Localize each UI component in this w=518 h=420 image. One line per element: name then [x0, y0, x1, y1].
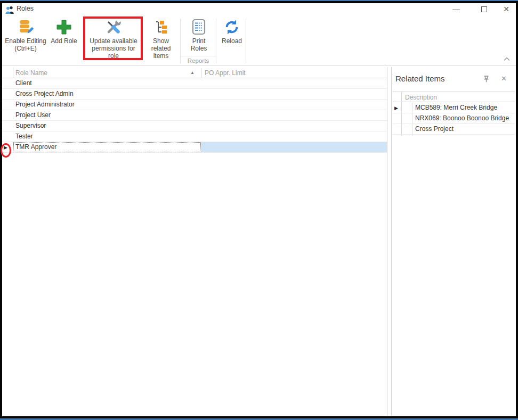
add-role-button[interactable]: Add Role [49, 18, 79, 45]
sort-ascending-icon: ▲ [190, 70, 195, 75]
toolbar-separator [246, 19, 246, 63]
role-name-cell: Tester [15, 133, 33, 140]
row-indicator-icon: ▶ [394, 103, 398, 113]
show-related-items-label: Show related items [143, 37, 179, 60]
show-related-items-button[interactable]: Show related items [143, 18, 179, 60]
list-item[interactable]: Cross Project [393, 124, 515, 135]
toolbar-bottom-border [2, 65, 516, 66]
grid-header-row: Role Name ▲ PO Appr. Limit [2, 68, 387, 78]
table-row[interactable]: Cross Project Admin [2, 89, 387, 100]
maximize-button[interactable] [476, 3, 491, 15]
annotation-highlight-circle [1, 143, 11, 158]
table-row-selected[interactable]: ▶ TMR Approver [2, 142, 387, 153]
table-row[interactable]: Tester [2, 131, 387, 142]
table-row[interactable]: Client [2, 78, 387, 89]
grid-right-border [387, 67, 387, 416]
role-name-cell: Cross Project Admin [15, 90, 74, 97]
ribbon-group-caption: Reports [179, 57, 217, 64]
pin-icon[interactable] [483, 75, 490, 84]
print-table-icon [190, 18, 208, 36]
related-tree-icon [152, 18, 170, 36]
related-items-title: Related Items [395, 74, 445, 83]
close-button[interactable]: ✕ [499, 3, 514, 15]
collapse-ribbon-button[interactable] [503, 55, 512, 62]
related-items-table: ▶ MCB589: Merri Creek Bridge NRX069: Boo… [393, 103, 515, 135]
role-name-cell: Project User [15, 111, 51, 119]
roles-window: Roles — ✕ Enable Editing (Ctrl+E) Add Ro… [0, 0, 518, 420]
role-name-cell: Supervisor [15, 122, 46, 129]
database-pencil-icon [17, 18, 35, 36]
column-header-po-appr-limit[interactable]: PO Appr. Limit [205, 69, 246, 77]
toolbar-separator [180, 19, 181, 63]
print-roles-button[interactable]: Print Roles [182, 18, 215, 52]
selected-cell-highlight [201, 142, 387, 152]
refresh-icon [223, 18, 241, 36]
table-row[interactable]: Project User [2, 110, 387, 121]
add-role-label: Add Role [51, 37, 77, 45]
panel-splitter[interactable] [391, 67, 392, 416]
description-cell: NRX069: Boonoo Boonoo Bridge [415, 114, 509, 122]
annotation-highlight-box [83, 17, 143, 60]
reload-button[interactable]: Reload [218, 18, 246, 45]
list-item[interactable]: ▶ MCB589: Merri Creek Bridge [393, 103, 515, 113]
roles-people-icon [5, 6, 14, 14]
plus-icon [55, 18, 73, 36]
window-frame [0, 1, 518, 418]
list-item[interactable]: NRX069: Boonoo Boonoo Bridge [393, 113, 515, 124]
minimize-button[interactable]: — [449, 3, 464, 15]
print-roles-label: Print Roles [191, 37, 207, 52]
maximize-icon [481, 6, 487, 12]
ribbon-group-divider [181, 56, 216, 56]
reload-label: Reload [222, 37, 242, 45]
close-icon: ✕ [503, 5, 509, 13]
role-name-cell: Project Administrator [15, 101, 75, 108]
related-close-button[interactable]: ✕ [501, 75, 507, 83]
close-icon: ✕ [501, 75, 507, 83]
column-divider[interactable] [201, 68, 201, 78]
role-name-cell: Client [15, 79, 32, 87]
window-title: Roles [17, 5, 34, 12]
toolbar-separator [216, 19, 216, 63]
column-header-role-name[interactable]: Role Name [15, 69, 47, 77]
table-row[interactable]: Supervisor [2, 121, 387, 131]
column-header-description[interactable]: Description [405, 94, 437, 101]
enable-editing-label: Enable Editing (Ctrl+E) [5, 37, 46, 52]
roles-table: Client Cross Project Admin Project Admin… [2, 78, 387, 153]
table-row[interactable]: Project Administrator [2, 100, 387, 110]
description-cell: Cross Project [415, 125, 454, 133]
related-grid-header: Description [393, 92, 515, 102]
description-cell: MCB589: Merri Creek Bridge [415, 104, 497, 111]
enable-editing-button[interactable]: Enable Editing (Ctrl+E) [3, 18, 48, 52]
minimize-icon: — [452, 5, 460, 13]
role-name-cell: TMR Approver [15, 143, 56, 151]
